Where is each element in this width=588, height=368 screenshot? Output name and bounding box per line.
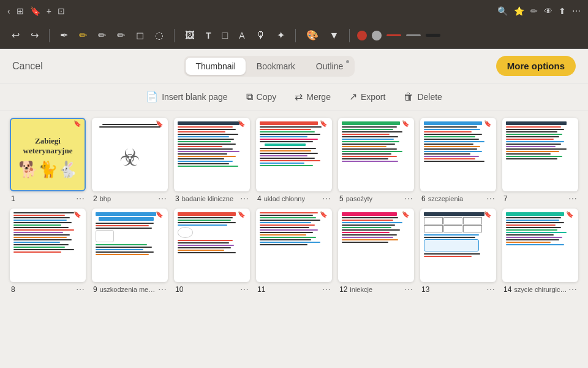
search-sys-icon[interactable]: 🔍 <box>497 6 508 16</box>
page-menu-2[interactable]: ⋯ <box>158 194 167 204</box>
page-9-bookmark: 🔖 <box>156 211 163 218</box>
page-thumb-3[interactable]: 🔖 <box>174 118 250 191</box>
page-menu-14[interactable]: ⋯ <box>568 285 577 294</box>
page-menu-4[interactable]: ⋯ <box>322 194 331 204</box>
page-thumb-inner-14: 🔖 <box>503 210 577 281</box>
merge-action[interactable]: ⇄ Merge <box>295 91 331 102</box>
page-thumb-11[interactable]: 🔖 <box>256 209 332 282</box>
page-thumb-14[interactable]: 🔖 <box>502 209 578 282</box>
eraser-tool-button[interactable]: ◻ <box>133 28 147 43</box>
page-menu-7[interactable]: ⋯ <box>568 194 577 204</box>
page-thumb-4[interactable]: 🔖 <box>256 118 332 191</box>
back-icon[interactable]: ‹ <box>7 6 10 16</box>
page-name-14: szycie chirurgiczne <box>514 286 568 293</box>
page-item-6[interactable]: 🔖 6 szczepienia ⋯ <box>420 118 496 204</box>
crop-sys-icon[interactable]: ⊡ <box>58 6 65 16</box>
page-menu-6[interactable]: ⋯ <box>486 194 495 204</box>
eye-sys-icon[interactable]: 👁 <box>544 6 552 16</box>
color-line-gray[interactable] <box>406 34 421 36</box>
page-menu-11[interactable]: ⋯ <box>322 285 331 294</box>
palette-tool-button[interactable]: 🎨 <box>303 28 322 43</box>
color-line-red[interactable] <box>386 34 401 36</box>
page-8-bookmark: 🔖 <box>74 211 81 218</box>
highlight-tool-button[interactable]: ✏ <box>76 28 90 43</box>
type-tool-button[interactable]: A <box>236 29 247 42</box>
page-thumb-10[interactable]: 🔖 <box>174 209 250 282</box>
page-menu-9[interactable]: ⋯ <box>158 285 167 294</box>
notes-8 <box>11 210 85 281</box>
system-bar: ‹ ⊞ 🔖 + ⊡ 🔍 ⭐ ✏ 👁 ⬆ ⋯ <box>0 0 588 22</box>
pencil-tool-button[interactable]: ✏ <box>95 28 109 43</box>
page-thumb-7[interactable] <box>502 118 578 191</box>
page-item-3[interactable]: 🔖 3 badanie kliniczne ⋯ <box>174 118 250 204</box>
grid-icon[interactable]: ⊞ <box>17 6 24 16</box>
color-red-dot[interactable] <box>357 31 367 40</box>
page-thumb-6[interactable]: 🔖 <box>420 118 496 191</box>
tab-outline[interactable]: Outline <box>306 58 353 75</box>
page-item-9[interactable]: 🔖 9 uszkodzenia mechaniczne ⋯ <box>92 209 168 294</box>
audio-tool-button[interactable]: 🎙 <box>253 28 269 43</box>
image-tool-button[interactable]: 🖼 <box>182 28 198 43</box>
marker-tool-button[interactable]: ✏ <box>114 28 128 43</box>
page-5-bookmark: 🔖 <box>402 120 409 127</box>
redo-button[interactable]: ↪ <box>28 28 42 43</box>
color-gray-dot[interactable] <box>372 31 382 40</box>
page-thumb-5[interactable]: 🔖 <box>338 118 414 191</box>
insert-blank-action[interactable]: 📄 Insert blank page <box>146 91 227 102</box>
page-item-11[interactable]: 🔖 11 ⋯ <box>256 209 332 294</box>
page-menu-1[interactable]: ⋯ <box>76 194 85 204</box>
page-menu-5[interactable]: ⋯ <box>404 194 413 204</box>
page-item-14[interactable]: 🔖 14 szycie chirurgiczne ⋯ <box>502 209 578 294</box>
page-item-8[interactable]: 🔖 8 ⋯ <box>10 209 86 294</box>
page-thumb-2[interactable]: ☣ 🔖 <box>92 118 168 191</box>
action-bar: Cancel Thumbnail Bookmark Outline More o… <box>0 49 588 83</box>
tab-thumbnail[interactable]: Thumbnail <box>186 58 245 75</box>
sparkle-tool-button[interactable]: ✦ <box>274 28 288 43</box>
page-menu-8[interactable]: ⋯ <box>76 285 85 294</box>
page-num-12: 12 <box>339 285 347 294</box>
text-tool-button[interactable]: T <box>203 29 214 42</box>
page-item-12[interactable]: 🔖 12 iniekcje ⋯ <box>338 209 414 294</box>
pen-tool-button[interactable]: ✒ <box>57 28 71 43</box>
color-line-black[interactable] <box>426 34 440 37</box>
page-item-5[interactable]: 🔖 5 pasożyty ⋯ <box>338 118 414 204</box>
page-thumb-9[interactable]: 🔖 <box>92 209 168 282</box>
more-options-button[interactable]: More options <box>496 56 576 76</box>
page-item-10[interactable]: 🔖 10 ⋯ <box>174 209 250 294</box>
lasso-tool-button[interactable]: ◌ <box>152 28 167 43</box>
page-item-1[interactable]: Zabiegiweterynaryjne 🐕🐈🐇 🔖 1 ⋯ <box>10 118 86 204</box>
page-thumb-inner-8: 🔖 <box>11 210 85 281</box>
copy-action[interactable]: ⧉ Copy <box>246 91 277 102</box>
page-menu-12[interactable]: ⋯ <box>404 285 413 294</box>
add-sys-icon[interactable]: + <box>47 6 51 16</box>
cancel-button[interactable]: Cancel <box>12 61 43 72</box>
toolbar-actions: 📄 Insert blank page ⧉ Copy ⇄ Merge ↗ Exp… <box>0 83 588 110</box>
page-menu-10[interactable]: ⋯ <box>240 285 249 294</box>
page-item-13[interactable]: 🔖 13 ⋯ <box>420 209 496 294</box>
page-thumb-8[interactable]: 🔖 <box>10 209 86 282</box>
tab-bookmark[interactable]: Bookmark <box>247 58 305 75</box>
pen-sys-icon[interactable]: ✏ <box>530 6 538 16</box>
more-sys-icon[interactable]: ⋯ <box>572 6 581 16</box>
page-thumb-13[interactable]: 🔖 <box>420 209 496 282</box>
cover-title-text: Zabiegiweterynaryjne <box>23 136 73 155</box>
page-thumb-1[interactable]: Zabiegiweterynaryjne 🐕🐈🐇 🔖 <box>10 118 86 191</box>
share-sys-icon[interactable]: ⬆ <box>559 6 566 16</box>
page-menu-13[interactable]: ⋯ <box>486 285 495 294</box>
delete-action[interactable]: 🗑 Delete <box>404 91 442 102</box>
toolbar-sep-3 <box>295 29 296 42</box>
page-menu-3[interactable]: ⋯ <box>240 194 249 204</box>
notes-6 <box>421 119 495 190</box>
page-item-7[interactable]: 7 ⋯ <box>502 118 578 204</box>
page-thumb-12[interactable]: 🔖 <box>338 209 414 282</box>
chevron-tool-button[interactable]: ▼ <box>326 28 342 43</box>
page-item-2[interactable]: ☣ 🔖 2 bhp ⋯ <box>92 118 168 204</box>
page-11-bookmark: 🔖 <box>320 211 327 218</box>
export-action[interactable]: ↗ Export <box>349 91 385 102</box>
bookmark-sys-icon[interactable]: 🔖 <box>30 6 40 16</box>
page-item-4[interactable]: 🔖 4 układ chłonny ⋯ <box>256 118 332 204</box>
star-sys-icon[interactable]: ⭐ <box>514 6 524 16</box>
undo-button[interactable]: ↩ <box>9 28 23 43</box>
outline-dot <box>346 60 349 63</box>
shapes-tool-button[interactable]: □ <box>219 28 232 43</box>
